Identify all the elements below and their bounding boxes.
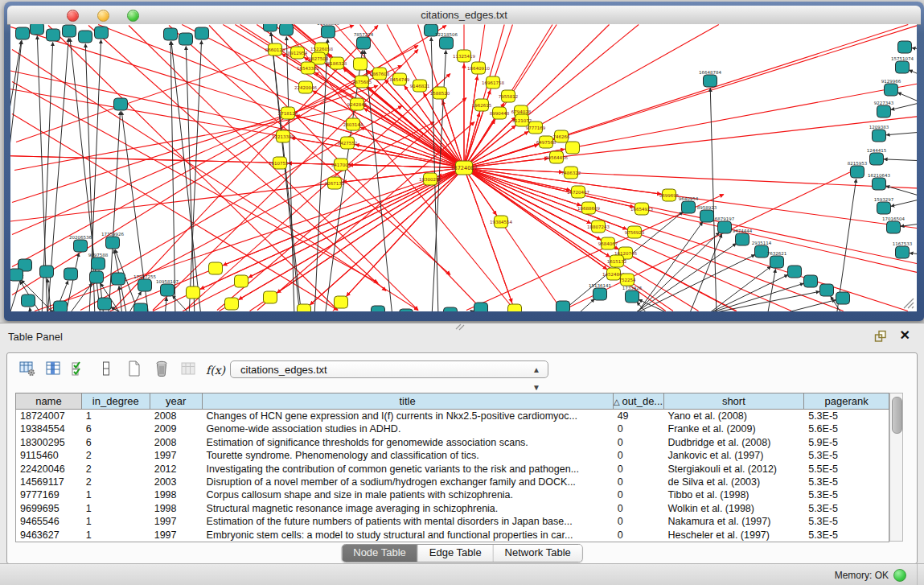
table-cell[interactable]: 14569117 — [16, 476, 82, 488]
table-selector[interactable]: citations_edges.txt ▲▼ — [230, 360, 548, 378]
network-node[interactable]: 20564456 — [545, 151, 568, 163]
network-node[interactable] — [114, 98, 128, 110]
table-cell[interactable]: 9699695 — [16, 502, 82, 515]
network-node[interactable]: 18107554 — [269, 157, 291, 169]
network-node[interactable] — [63, 25, 76, 37]
table-cell[interactable]: Jankovic et al. (1997) — [664, 449, 805, 462]
table-cell[interactable]: 1997 — [150, 515, 203, 528]
network-node[interactable]: 1244415 — [867, 148, 887, 166]
table-cell[interactable]: Dudbridge et al. (2008) — [664, 436, 805, 449]
table-cell[interactable]: Changes of HCN gene expression and I(f) … — [203, 410, 614, 422]
network-node[interactable] — [788, 266, 802, 278]
network-node[interactable] — [16, 27, 30, 39]
network-node[interactable] — [804, 275, 818, 287]
table-row[interactable]: 969969511998Structural magnetic resonanc… — [16, 502, 889, 515]
table-cell[interactable]: de Silva et al. (2003) — [664, 476, 805, 488]
table-cell[interactable]: 1998 — [150, 502, 203, 515]
table-row[interactable]: 911546021997Tourette syndrome. Phenomeno… — [16, 449, 889, 462]
table-cell[interactable]: 19384554 — [16, 422, 82, 435]
float-panel-icon[interactable] — [873, 329, 888, 344]
network-node[interactable] — [400, 309, 413, 311]
network-node[interactable]: 15136141 — [589, 283, 611, 301]
merge-cells-icon[interactable] — [96, 360, 117, 381]
table-cell[interactable]: 5.3E-5 — [804, 476, 889, 488]
table-cell[interactable]: 5.3E-5 — [804, 488, 889, 501]
table-cell[interactable]: Yano et al. (2008) — [664, 410, 805, 422]
table-cell[interactable]: Tourette syndrome. Phenomenology and cla… — [203, 449, 614, 462]
network-node[interactable]: 9474444 — [733, 229, 753, 246]
table-cell[interactable]: 0 — [614, 488, 664, 501]
table-cell[interactable]: Estimation of significance thresholds fo… — [203, 436, 614, 449]
select-columns-icon[interactable] — [43, 360, 64, 381]
table-settings-icon[interactable] — [17, 360, 38, 381]
column-header-short[interactable]: short — [664, 393, 805, 409]
table-cell[interactable]: Wolkin et al. (1998) — [664, 502, 805, 515]
table-cell[interactable]: 1 — [82, 410, 150, 422]
table-row[interactable]: 946362711997Embryonic stem cells: a mode… — [16, 529, 889, 542]
table-cell[interactable]: 5.6E-5 — [804, 422, 889, 435]
network-node[interactable]: 16654923 — [630, 203, 653, 215]
table-cell[interactable]: 1998 — [150, 488, 203, 501]
table-cell[interactable]: 2008 — [150, 410, 203, 422]
table-row[interactable]: 1872400712008Changes of HCN gene express… — [16, 410, 889, 422]
table-cell[interactable]: 6 — [82, 422, 150, 435]
tab-network-table[interactable]: Network Table — [494, 545, 582, 562]
window-titlebar[interactable]: citations_edges.txt — [7, 6, 921, 25]
network-node[interactable]: 752254 — [619, 274, 636, 286]
network-node[interactable]: 18300295 — [419, 173, 441, 185]
table-cell[interactable]: 1997 — [150, 529, 203, 542]
network-node[interactable] — [444, 307, 458, 311]
network-node[interactable]: 12213389 — [272, 130, 294, 142]
network-node[interactable]: 16648784 — [699, 70, 721, 88]
network-node[interactable]: 7486322 — [561, 167, 581, 179]
table-cell[interactable]: 18724007 — [16, 410, 82, 422]
table-cell[interactable]: 9115460 — [16, 449, 82, 462]
table-cell[interactable]: Corpus callosum shape and size in male p… — [203, 488, 614, 501]
network-node[interactable] — [298, 304, 311, 311]
network-node[interactable] — [209, 262, 223, 274]
table-cell[interactable]: 6 — [82, 436, 150, 449]
column-header-year[interactable]: year — [150, 393, 203, 409]
column-header-pagerank[interactable]: pagerank — [804, 393, 889, 409]
table-cell[interactable]: 2 — [82, 449, 150, 462]
network-node[interactable]: 1209383 — [869, 125, 889, 142]
network-node[interactable]: 7857224 — [354, 32, 374, 50]
network-node[interactable]: 9640954 — [679, 196, 699, 214]
column-header-title[interactable]: title — [203, 393, 614, 409]
network-node[interactable]: 17359926 — [101, 232, 124, 249]
network-node[interactable] — [195, 27, 209, 39]
network-node[interactable] — [10, 269, 23, 281]
table-row[interactable]: 1456911722003Disruption of a novel membe… — [16, 476, 889, 488]
table-cell[interactable]: 5.3E-5 — [804, 529, 889, 542]
network-node[interactable] — [98, 298, 112, 310]
network-node[interactable] — [898, 41, 912, 53]
table-cell[interactable]: 0 — [614, 422, 664, 435]
table-cell[interactable]: 5.3E-5 — [804, 502, 889, 515]
table-cell[interactable]: 2003 — [150, 476, 203, 488]
network-node[interactable]: 1167533 — [893, 241, 913, 259]
table-cell[interactable]: 9463627 — [16, 529, 82, 542]
network-node[interactable]: 1593297 — [874, 197, 894, 215]
table-cell[interactable]: Franke et al. (2009) — [664, 422, 805, 435]
table-cell[interactable]: 0 — [614, 529, 664, 542]
table-cell[interactable]: Estimation of the future numbers of pati… — [203, 515, 614, 528]
table-cell[interactable]: 49 — [614, 410, 664, 422]
network-node[interactable]: 1588520 — [430, 87, 450, 99]
table-cell[interactable]: Nakamura et al. (1997) — [664, 515, 805, 528]
table-cell[interactable]: 5.3E-5 — [804, 449, 889, 462]
network-node[interactable] — [335, 296, 348, 308]
network-node[interactable]: 2803144 — [343, 118, 363, 130]
table-cell[interactable]: 9465546 — [16, 515, 82, 528]
table-cell[interactable]: Stergiakouli et al. (2012) — [664, 463, 805, 476]
network-node[interactable] — [95, 27, 109, 39]
network-node[interactable]: 2718126 — [278, 107, 298, 119]
network-node[interactable]: 9146821 — [410, 80, 430, 92]
table-cell[interactable]: 22420046 — [16, 463, 82, 476]
table-cell[interactable]: 0 — [614, 502, 664, 515]
network-node[interactable]: 8454749 — [390, 73, 410, 85]
network-node[interactable] — [820, 284, 834, 296]
column-header-out_de[interactable]: △out_de... — [614, 393, 664, 409]
import-table-icon[interactable] — [178, 360, 199, 381]
table-cell[interactable]: 5.5E-5 — [804, 463, 889, 476]
table-cell[interactable]: Disruption of a novel member of a sodium… — [203, 476, 614, 488]
